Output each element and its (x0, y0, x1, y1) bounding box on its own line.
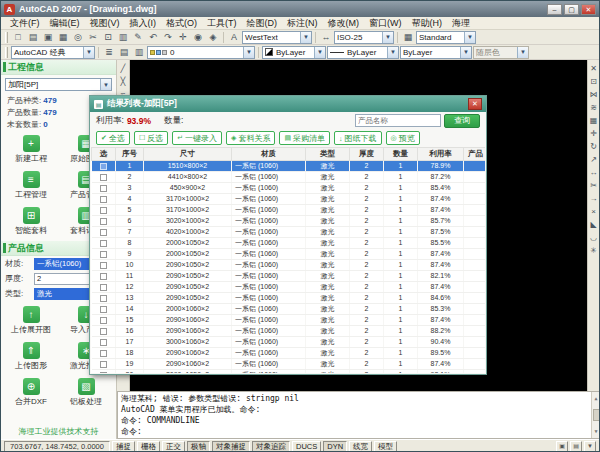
col-type[interactable]: 类型 (306, 148, 350, 161)
row-select-cell[interactable] (92, 370, 116, 374)
chamfer-icon[interactable]: ◣ (588, 218, 600, 230)
row-select-cell[interactable] (92, 194, 116, 205)
status-toggle[interactable]: 栅格 (137, 441, 160, 452)
status-toggle[interactable]: 对象追踪 (252, 441, 290, 452)
mirror-icon[interactable]: ⋈ (588, 88, 600, 100)
col-size[interactable]: 尺寸 (144, 148, 232, 161)
row-checkbox[interactable] (100, 196, 107, 203)
product-search-input[interactable] (355, 114, 441, 127)
status-toggle[interactable]: 线宽 (349, 441, 372, 452)
linetype-combo[interactable]: ByLayer ▼ (327, 46, 399, 59)
table-row[interactable]: 5 3170×1000×2 一系铝 (1060) 激光 2 1 87.4% (92, 205, 486, 216)
chevron-down-icon[interactable]: ▼ (464, 32, 475, 43)
row-select-cell[interactable] (92, 260, 116, 271)
preview-button[interactable]: ◎ 预览 (386, 131, 420, 145)
plot-preview-icon[interactable]: ◎ (71, 31, 85, 44)
minimize-button[interactable]: ‒ (547, 4, 562, 15)
table-row[interactable]: 4 3170×1000×2 一系铝 (1060) 激光 2 1 87.4% (92, 194, 486, 205)
table-row[interactable]: 3 450×900×2 一系铝 (1060) 激光 2 1 85.4% (92, 183, 486, 194)
toolbar-grip[interactable] (5, 47, 8, 58)
table-row[interactable]: 15 2090×1060×2 一系铝 (1060) 激光 2 1 87.4% (92, 315, 486, 326)
status-toggle[interactable]: 正交 (162, 441, 185, 452)
lineweight-combo[interactable]: ByLayer ▼ (400, 46, 472, 59)
row-checkbox[interactable] (100, 273, 107, 280)
zoom-window-icon[interactable]: ◈ (206, 31, 220, 44)
chevron-down-icon[interactable]: ▼ (387, 47, 398, 58)
layer-states-icon[interactable]: ▤ (117, 46, 131, 59)
table-row[interactable]: 10 2090×1050×2 一系铝 (1060) 激光 2 1 87.4% (92, 260, 486, 271)
col-select[interactable]: 选 (92, 148, 116, 161)
command-line-window[interactable]: 海理某科; 错误: 参数类型错误: stringp nilAutoCAD 菜单实… (117, 391, 600, 439)
zoom-realtime-icon[interactable]: ◉ (191, 31, 205, 44)
col-material[interactable]: 材质 (232, 148, 306, 161)
table-row[interactable]: 7 4020×1000×2 一系铝 (1060) 激光 2 1 87.5% (92, 227, 486, 238)
text-style-combo[interactable]: WestText ▼ (242, 31, 312, 44)
row-checkbox[interactable] (100, 295, 107, 302)
table-row[interactable]: 1 1510×800×2 一系铝 (1060) 激光 2 1 78.9% (92, 161, 486, 172)
dim-style-icon[interactable]: ↔ (319, 31, 333, 44)
row-select-cell[interactable] (92, 238, 116, 249)
trim-icon[interactable]: ✂ (588, 179, 600, 191)
row-select-cell[interactable] (92, 271, 116, 282)
menu-item[interactable]: 窗口(W) (364, 17, 407, 30)
row-checkbox[interactable] (100, 339, 107, 346)
purchase-list-button[interactable]: ▤ 采购清单 (279, 131, 330, 145)
status-menu-icon[interactable]: ▼ (584, 441, 596, 452)
row-select-cell[interactable] (92, 161, 116, 172)
break-icon[interactable]: × (588, 205, 600, 217)
col-index[interactable]: 序号 (116, 148, 144, 161)
row-checkbox[interactable] (100, 372, 107, 373)
drawing-download-button[interactable]: ↓ 图纸下载 (334, 131, 382, 145)
chevron-down-icon[interactable]: ▼ (100, 79, 111, 90)
chevron-down-icon[interactable]: ▼ (300, 32, 311, 43)
fillet-icon[interactable]: ◡ (588, 231, 600, 243)
array-icon[interactable]: ▦ (588, 114, 600, 126)
menu-item[interactable]: 标注(N) (282, 17, 323, 30)
save-icon[interactable]: ▣ (41, 31, 55, 44)
table-row[interactable]: 9 2000×1050×2 一系铝 (1060) 激光 2 1 87.4% (92, 249, 486, 260)
table-style-icon[interactable]: ▦ (401, 31, 415, 44)
scroll-down-icon[interactable]: ▼ (594, 426, 597, 437)
row-checkbox[interactable] (100, 174, 107, 181)
match-properties-icon[interactable]: ✎ (131, 31, 145, 44)
cut-icon[interactable]: ✂ (86, 31, 100, 44)
table-row[interactable]: 6 3020×1000×2 一系铝 (1060) 激光 2 1 85.7% (92, 216, 486, 227)
row-select-cell[interactable] (92, 304, 116, 315)
row-select-cell[interactable] (92, 359, 116, 370)
row-select-cell[interactable] (92, 293, 116, 304)
annotation-scale-icon[interactable]: ▣ (556, 441, 568, 452)
row-checkbox[interactable] (100, 306, 107, 313)
smart-nesting-button[interactable]: ⊞ 智能套料 (4, 204, 58, 239)
chevron-down-icon[interactable]: ▼ (83, 47, 94, 58)
menu-item[interactable]: 视图(V) (85, 17, 125, 30)
dialog-title-bar[interactable]: ▤ 结果列表-加阳[5P] ✕ (90, 96, 486, 112)
menu-item[interactable]: 海理 (447, 17, 475, 30)
row-checkbox[interactable] (100, 163, 107, 170)
close-button[interactable]: ✕ (581, 4, 596, 15)
table-row[interactable]: 17 3000×1060×2 一系铝 (1060) 激光 2 1 90.4% (92, 337, 486, 348)
status-toggle[interactable]: DUCS (292, 441, 321, 452)
menu-item[interactable]: 绘图(D) (242, 17, 283, 30)
menu-item[interactable]: 文件(F) (5, 17, 45, 30)
dialog-close-button[interactable]: ✕ (468, 98, 482, 110)
row-select-cell[interactable] (92, 205, 116, 216)
erase-icon[interactable]: ✕ (588, 62, 600, 74)
scrollbar-thumb[interactable] (593, 409, 600, 421)
dim-style-combo[interactable]: ISO-25 ▼ (334, 31, 394, 44)
table-row[interactable]: 19 2090×1060×2 一系铝 (1060) 激光 2 1 87.4% (92, 359, 486, 370)
table-row[interactable]: 2 4410×800×2 一系铝 (1060) 激光 2 1 87.2% (92, 172, 486, 183)
row-select-cell[interactable] (92, 172, 116, 183)
rotate-icon[interactable]: ↻ (588, 140, 600, 152)
plate-process-button[interactable]: ▧ 铝板处理 (59, 375, 113, 410)
open-file-icon[interactable]: ▤ (26, 31, 40, 44)
color-combo[interactable]: ByLayer ▼ (262, 46, 326, 59)
col-quantity[interactable]: 数量 (384, 148, 418, 161)
row-checkbox[interactable] (100, 328, 107, 335)
chevron-down-icon[interactable]: ▼ (314, 47, 325, 58)
row-checkbox[interactable] (100, 218, 107, 225)
table-row[interactable]: 14 2000×1060×2 一系铝 (1060) 激光 2 1 85.3% (92, 304, 486, 315)
row-select-cell[interactable] (92, 216, 116, 227)
invert-select-button[interactable]: ☐ 反选 (134, 131, 168, 145)
workspace-combo[interactable]: AutoCAD 经典 ▼ (11, 46, 95, 59)
menu-item[interactable]: 编辑(E) (45, 17, 85, 30)
